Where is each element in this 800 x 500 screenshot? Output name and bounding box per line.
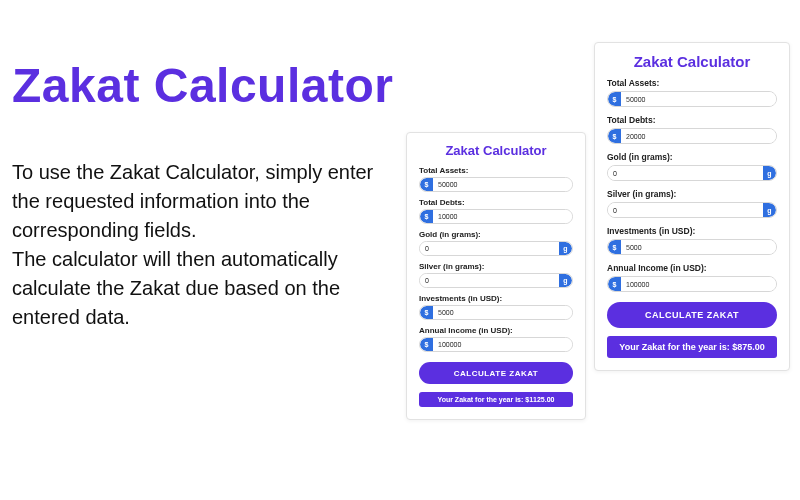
grams-suffix-icon: g (559, 242, 572, 255)
investments-value: 5000 (433, 306, 572, 319)
gold-value: 0 (420, 242, 559, 255)
currency-prefix-icon: $ (420, 178, 433, 191)
investments-label: Investments (in USD): (419, 294, 573, 303)
calculator-card-large: Zakat Calculator Total Assets: $ 50000 T… (594, 42, 790, 371)
investments-input[interactable]: $ 5000 (419, 305, 573, 320)
gold-input[interactable]: 0 g (607, 165, 777, 181)
income-value: 100000 (621, 277, 776, 291)
debts-value: 10000 (433, 210, 572, 223)
calculate-zakat-button[interactable]: CALCULATE ZAKAT (607, 302, 777, 328)
card-title: Zakat Calculator (419, 143, 573, 158)
gold-label: Gold (in grams): (419, 230, 573, 239)
grams-suffix-icon: g (763, 203, 776, 217)
currency-prefix-icon: $ (608, 277, 621, 291)
debts-value: 20000 (621, 129, 776, 143)
currency-prefix-icon: $ (608, 92, 621, 106)
investments-input[interactable]: $ 5000 (607, 239, 777, 255)
silver-input[interactable]: 0 g (607, 202, 777, 218)
silver-input[interactable]: 0 g (419, 273, 573, 288)
page-title: Zakat Calculator (12, 58, 393, 113)
assets-label: Total Assets: (607, 78, 777, 88)
card-title: Zakat Calculator (607, 53, 777, 70)
silver-value: 0 (608, 203, 763, 217)
debts-input[interactable]: $ 10000 (419, 209, 573, 224)
assets-value: 50000 (621, 92, 776, 106)
currency-prefix-icon: $ (420, 338, 433, 351)
zakat-result: Your Zakat for the year is: $875.00 (607, 336, 777, 358)
investments-label: Investments (in USD): (607, 226, 777, 236)
assets-value: 50000 (433, 178, 572, 191)
assets-input[interactable]: $ 50000 (419, 177, 573, 192)
calculate-zakat-button[interactable]: CALCULATE ZAKAT (419, 362, 573, 384)
currency-prefix-icon: $ (608, 129, 621, 143)
debts-label: Total Debts: (607, 115, 777, 125)
gold-value: 0 (608, 166, 763, 180)
assets-label: Total Assets: (419, 166, 573, 175)
grams-suffix-icon: g (559, 274, 572, 287)
gold-label: Gold (in grams): (607, 152, 777, 162)
income-value: 100000 (433, 338, 572, 351)
income-input[interactable]: $ 100000 (607, 276, 777, 292)
gold-input[interactable]: 0 g (419, 241, 573, 256)
investments-value: 5000 (621, 240, 776, 254)
debts-input[interactable]: $ 20000 (607, 128, 777, 144)
grams-suffix-icon: g (763, 166, 776, 180)
silver-value: 0 (420, 274, 559, 287)
calculator-card-small: Zakat Calculator Total Assets: $ 50000 T… (406, 132, 586, 420)
currency-prefix-icon: $ (420, 306, 433, 319)
assets-input[interactable]: $ 50000 (607, 91, 777, 107)
currency-prefix-icon: $ (420, 210, 433, 223)
income-label: Annual Income (in USD): (419, 326, 573, 335)
page-description: To use the Zakat Calculator, simply ente… (12, 158, 402, 332)
silver-label: Silver (in grams): (607, 189, 777, 199)
currency-prefix-icon: $ (608, 240, 621, 254)
debts-label: Total Debts: (419, 198, 573, 207)
income-input[interactable]: $ 100000 (419, 337, 573, 352)
zakat-result: Your Zakat for the year is: $1125.00 (419, 392, 573, 407)
silver-label: Silver (in grams): (419, 262, 573, 271)
income-label: Annual Income (in USD): (607, 263, 777, 273)
